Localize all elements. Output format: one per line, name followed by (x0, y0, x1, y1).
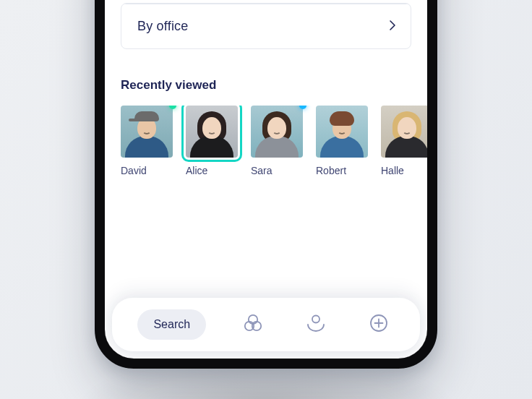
person-card-sara[interactable]: Sara (251, 106, 303, 176)
recently-viewed-title: Recently viewed (121, 78, 411, 93)
person-name: David (121, 165, 173, 176)
filter-card: By office (121, 3, 411, 49)
phone-frame: By office Recently viewed (95, 0, 437, 369)
chevron-right-icon (389, 20, 396, 34)
avatar (381, 106, 427, 158)
plus-circle-icon (369, 313, 389, 336)
avatar-image (381, 106, 427, 158)
person-name: Sara (251, 165, 303, 176)
tab-search-label: Search (153, 318, 190, 330)
status-dot-away-icon (299, 106, 306, 109)
groups-icon (242, 313, 264, 336)
tab-groups[interactable] (237, 309, 269, 340)
tab-profile[interactable] (300, 309, 332, 340)
tab-bar: Search (112, 298, 420, 351)
person-card-halle[interactable]: Halle (381, 106, 427, 176)
avatar-image (186, 106, 238, 158)
person-name: Halle (381, 165, 427, 176)
avatar-image (316, 106, 368, 158)
avatar (251, 106, 303, 158)
filter-by-office-label: By office (137, 19, 189, 34)
avatar (121, 106, 173, 158)
avatar (186, 106, 238, 158)
avatar (316, 106, 368, 158)
person-card-robert[interactable]: Robert (316, 106, 368, 176)
tab-search[interactable]: Search (137, 309, 206, 340)
tab-add[interactable] (363, 309, 395, 340)
profile-icon (306, 313, 326, 336)
filter-by-office-row[interactable]: By office (121, 4, 411, 48)
person-name: Alice (186, 165, 238, 176)
person-card-david[interactable]: David (121, 106, 173, 176)
avatar-image (121, 106, 173, 158)
person-card-alice[interactable]: Alice (186, 106, 238, 176)
avatar-image (251, 106, 303, 158)
status-dot-online-icon (169, 106, 176, 109)
screen: By office Recently viewed (105, 0, 427, 359)
svg-point-3 (312, 316, 319, 323)
recently-viewed-list[interactable]: David Alice (105, 106, 427, 176)
person-name: Robert (316, 165, 368, 176)
